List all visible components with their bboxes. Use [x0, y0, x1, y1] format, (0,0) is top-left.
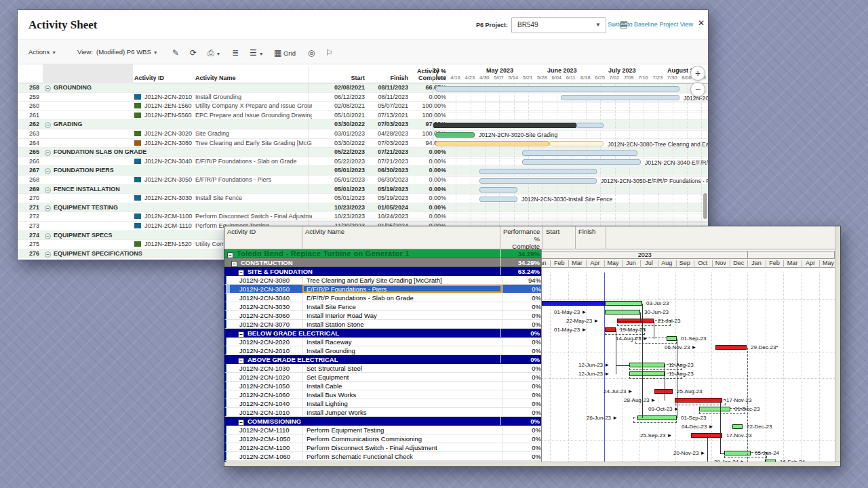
collapse-icon[interactable]: − — [238, 331, 244, 338]
activity-color-swatch — [134, 103, 141, 108]
gantt-bar[interactable] — [522, 150, 637, 156]
activity-color-swatch — [134, 113, 141, 118]
activity-color-swatch — [134, 241, 141, 247]
print-icon[interactable]: ⎙▼ — [208, 48, 221, 58]
gantt-bar[interactable] — [691, 433, 722, 438]
close-icon[interactable]: ✕ — [698, 18, 705, 28]
gantt-bar[interactable] — [433, 123, 576, 128]
col-header[interactable]: Performance % Complete — [500, 226, 543, 249]
p6-professional-window: Activity IDActivity NamePerformance % Co… — [224, 226, 841, 467]
activity-color-swatch — [134, 131, 141, 136]
gantt-bar[interactable] — [435, 86, 679, 92]
gantt-bar[interactable] — [637, 415, 677, 420]
horizontal-scrollbar[interactable] — [224, 462, 840, 466]
col-header[interactable]: Activity ID — [224, 226, 302, 249]
actions-menu[interactable]: Actions▼ — [28, 48, 56, 56]
gantt-pane-bottom: 2023 JanFebMarAprMayJunJulAugSepOctNovDe… — [541, 249, 835, 462]
activity-color-swatch — [134, 195, 141, 201]
gantt-bar[interactable] — [542, 301, 605, 306]
collapse-icon[interactable]: − — [45, 85, 51, 92]
p6-table-header: Activity IDActivity NamePerformance % Co… — [224, 226, 840, 249]
grid-icon[interactable]: ▦ Grid — [274, 48, 296, 58]
gantt-bar[interactable] — [561, 95, 679, 100]
flag-icon[interactable]: ⚐ — [326, 48, 333, 58]
collapse-icon[interactable]: − — [231, 261, 237, 267]
gantt-year-band: 2023 — [542, 251, 835, 259]
collapse-icon[interactable]: − — [238, 358, 244, 364]
collapse-icon[interactable]: − — [238, 420, 244, 426]
collapse-icon[interactable]: − — [45, 168, 51, 174]
filter-rows-icon[interactable]: ≣ — [232, 48, 239, 58]
vertical-scrollbar[interactable] — [835, 226, 840, 466]
collapse-icon[interactable]: − — [45, 205, 51, 211]
gantt-bar[interactable] — [605, 327, 616, 332]
activity-sheet-window: Activity Sheet P6 Project: BR549 ▼ ▤ Swi… — [17, 9, 709, 260]
zoom-out-button[interactable]: − — [690, 82, 705, 97]
collapse-icon[interactable]: − — [238, 270, 244, 276]
activity-color-swatch — [134, 177, 141, 182]
p6-project-label: P6 Project: — [476, 22, 508, 28]
gantt-bar[interactable] — [605, 301, 642, 306]
col-header[interactable]: Activity Name — [302, 226, 500, 249]
collapse-icon[interactable]: − — [45, 233, 51, 239]
col-header[interactable]: Finish — [576, 226, 606, 249]
collapse-icon[interactable]: − — [45, 150, 51, 156]
gantt-bar[interactable] — [435, 141, 549, 146]
gantt-bar[interactable] — [732, 424, 743, 429]
edit-icon[interactable]: ✎ — [172, 48, 179, 58]
gantt-bar[interactable] — [699, 407, 730, 411]
gantt-bar[interactable] — [479, 169, 597, 174]
gantt-bar[interactable] — [479, 178, 597, 184]
activity-sheet-titlebar: Activity Sheet P6 Project: BR549 ▼ ▤ Swi… — [18, 10, 708, 40]
activity-color-swatch — [134, 214, 141, 219]
gantt-month-band: JanFebMarAprMayJunJulAugSepOctNovDecJanF… — [542, 259, 835, 268]
activity-color-swatch — [134, 159, 141, 164]
gantt-bar[interactable] — [629, 363, 665, 367]
col-finish[interactable]: Finish — [368, 67, 408, 83]
activity-color-swatch — [134, 223, 141, 228]
gantt-bar[interactable] — [522, 159, 641, 165]
chevron-down-icon[interactable]: ▼ — [595, 22, 601, 28]
gantt-bar[interactable] — [667, 336, 677, 341]
collapse-icon[interactable]: − — [45, 251, 51, 258]
col-header[interactable]: Start — [543, 226, 576, 249]
target-icon[interactable]: ◎ — [308, 48, 315, 58]
vertical-scrollbar[interactable] — [703, 193, 707, 219]
hierarchy-column-header[interactable] — [43, 64, 133, 83]
gantt-bar[interactable] — [479, 197, 517, 202]
collapse-icon[interactable]: − — [45, 187, 51, 193]
activity-color-swatch — [134, 140, 141, 146]
col-activity-id[interactable]: Activity ID — [134, 67, 202, 83]
col-activity-name[interactable]: Activity Name — [195, 67, 304, 83]
gantt-bar[interactable] — [605, 310, 640, 314]
p6-project-select[interactable]: BR549 — [511, 17, 606, 33]
p6-table-body: −Toledo Bend - Replace Turbine on Genera… — [224, 249, 835, 462]
view-select[interactable]: (Modified) P6 WBS▼ — [96, 48, 158, 56]
activity-color-swatch — [134, 94, 141, 100]
gantt-bar[interactable] — [715, 345, 747, 350]
page-title: Activity Sheet — [28, 18, 98, 32]
gantt-bar[interactable] — [576, 123, 604, 128]
collapse-icon[interactable]: − — [227, 252, 233, 258]
gantt-bar[interactable] — [654, 389, 673, 394]
activity-color-swatch — [134, 260, 141, 260]
gantt-bar[interactable] — [629, 371, 665, 376]
gantt-bar[interactable] — [675, 398, 722, 403]
gantt-bar[interactable] — [435, 132, 475, 138]
zoom-in-button[interactable]: + — [690, 66, 705, 81]
gantt-bar[interactable] — [479, 187, 517, 192]
menu-icon[interactable]: ☰▼ — [250, 48, 264, 58]
gantt-bar[interactable] — [549, 141, 604, 146]
toolbar: Actions▼ View: (Modified) P6 WBS▼ ✎⟳⎙▼≣☰… — [18, 40, 708, 64]
collapse-icon[interactable]: − — [45, 122, 51, 128]
view-label: View: — [77, 48, 93, 56]
col-start[interactable]: Start — [312, 67, 365, 83]
refresh-icon[interactable]: ⟳ — [190, 48, 197, 58]
switch-baseline-link[interactable]: Switch to Baseline Project View — [608, 21, 693, 28]
